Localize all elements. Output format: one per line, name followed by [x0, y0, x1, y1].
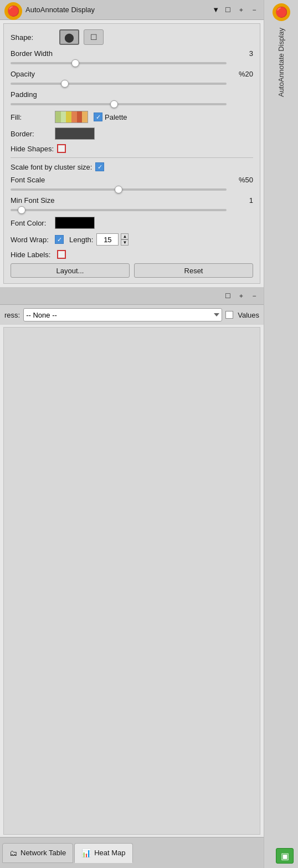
green-action-button[interactable]: ▣	[276, 848, 294, 864]
border-width-row: Border Width 3	[11, 49, 253, 58]
border-width-slider-container	[11, 62, 253, 64]
shape-label: Shape:	[11, 33, 55, 42]
none-dropdown[interactable]: -- None --	[23, 308, 222, 321]
length-label: Length:	[69, 236, 93, 244]
dropdown-row: ress: -- None -- Values	[0, 305, 264, 325]
length-up-button[interactable]: ▲	[121, 233, 129, 239]
shape-row: Shape: ⬤ ☐	[11, 29, 253, 45]
word-wrap-label: Word Wrap:	[11, 236, 55, 244]
ellipse-shape-button[interactable]: ⬤	[59, 29, 79, 45]
opacity-slider-track[interactable]	[11, 83, 227, 85]
min-font-size-slider-thumb[interactable]	[18, 206, 25, 214]
divider-1	[11, 157, 253, 158]
min-font-size-label: Min Font Size	[11, 196, 55, 205]
second-window-button[interactable]: ☐	[223, 291, 233, 301]
opacity-slider-thumb[interactable]	[61, 80, 69, 88]
reset-button[interactable]: Reset	[134, 263, 253, 278]
minimize-button[interactable]: −	[249, 5, 259, 15]
font-color-row: Font Color:	[11, 217, 253, 229]
title-bar: 🔴 AutoAnnotate Display ▼ ☐ ⌖ −	[0, 0, 264, 20]
sidebar-label: AutoAnnotate Display	[277, 28, 285, 97]
app-title: AutoAnnotate Display	[25, 6, 209, 14]
border-width-label: Border Width	[11, 49, 55, 58]
values-label: Values	[238, 311, 259, 319]
opacity-slider-container	[11, 83, 253, 85]
content-area	[3, 327, 260, 835]
palette-checkbox[interactable]	[94, 113, 102, 121]
min-font-size-slider-container	[11, 209, 253, 211]
hide-labels-checkbox[interactable]	[57, 250, 66, 259]
length-spinners: ▲ ▼	[121, 233, 129, 246]
border-width-slider-thumb[interactable]	[71, 59, 79, 67]
hide-shapes-label: Hide Shapes:	[11, 145, 55, 153]
padding-slider-container	[11, 103, 253, 105]
word-wrap-checkbox[interactable]	[55, 235, 64, 244]
font-scale-slider-thumb[interactable]	[115, 186, 122, 193]
border-color-label: Border:	[11, 130, 55, 138]
padding-slider-track[interactable]	[11, 103, 227, 105]
window-button[interactable]: ☐	[223, 5, 233, 15]
padding-row: Padding	[11, 90, 253, 99]
border-row: Border:	[11, 127, 253, 140]
border-width-value: 3	[249, 49, 253, 58]
scale-font-checkbox[interactable]	[95, 162, 104, 171]
hide-labels-row: Hide Labels:	[11, 250, 253, 259]
font-color-swatch[interactable]	[55, 217, 95, 229]
min-font-size-row: Min Font Size 1	[11, 196, 253, 205]
min-font-size-slider-track[interactable]	[11, 209, 227, 211]
padding-label: Padding	[11, 90, 55, 99]
heat-map-icon: 📊	[81, 849, 91, 857]
second-panel-titlebar: ☐ ⌖ −	[0, 287, 264, 305]
fill-color-swatch[interactable]	[55, 111, 88, 123]
autoannotate-settings-panel: Shape: ⬤ ☐ Border Width 3 Opacity %20	[3, 23, 260, 284]
app-icon: 🔴	[4, 2, 22, 20]
fill-label: Fill:	[11, 113, 55, 121]
opacity-row: Opacity %20	[11, 70, 253, 78]
network-table-icon: 🗂	[9, 849, 17, 857]
palette-label: Palette	[105, 113, 127, 121]
network-table-label: Network Table	[20, 849, 66, 857]
padding-slider-thumb[interactable]	[110, 100, 118, 108]
layout-button[interactable]: Layout...	[11, 263, 130, 278]
second-pin-button[interactable]: ⌖	[236, 291, 246, 301]
right-sidebar: 🔴 AutoAnnotate Display	[264, 0, 298, 868]
hide-shapes-row: Hide Shapes:	[11, 144, 253, 153]
dropdown-prefix-label: ress:	[4, 311, 20, 319]
min-font-size-value: 1	[249, 196, 253, 205]
palette-checkbox-wrapper: Palette	[94, 113, 127, 121]
opacity-value: %20	[239, 70, 253, 78]
sidebar-app-icon: 🔴	[273, 3, 290, 21]
dropdown-arrow-icon[interactable]: ▼	[212, 6, 219, 14]
fill-row: Fill: Palette	[11, 111, 253, 123]
scale-font-row: Scale font by cluster size:	[11, 162, 253, 171]
pin-button[interactable]: ⌖	[236, 5, 246, 15]
tab-network-table[interactable]: 🗂 Network Table	[2, 843, 73, 863]
border-width-slider-track[interactable]	[11, 62, 227, 64]
scale-font-label: Scale font by cluster size:	[11, 163, 92, 171]
heat-map-label: Heat Map	[94, 849, 125, 857]
tab-heat-map[interactable]: 📊 Heat Map	[74, 843, 132, 863]
length-down-button[interactable]: ▼	[121, 239, 129, 246]
font-scale-row: Font Scale %50	[11, 176, 253, 184]
hide-shapes-checkbox[interactable]	[57, 144, 66, 153]
font-scale-slider-container	[11, 188, 253, 191]
hide-labels-label: Hide Labels:	[11, 251, 55, 259]
font-scale-slider-track[interactable]	[11, 188, 227, 191]
green-icon: ▣	[281, 851, 289, 861]
rect-shape-button[interactable]: ☐	[84, 29, 104, 45]
border-color-swatch[interactable]	[55, 127, 95, 140]
opacity-label: Opacity	[11, 70, 55, 78]
values-checkbox[interactable]	[225, 311, 233, 319]
tab-bar: 🗂 Network Table 📊 Heat Map	[0, 837, 264, 868]
action-buttons-row: Layout... Reset	[11, 263, 253, 278]
font-scale-value: %50	[239, 176, 253, 184]
font-color-label: Font Color:	[11, 219, 55, 227]
second-minimize-button[interactable]: −	[249, 291, 259, 301]
word-wrap-row: Word Wrap: Length: ▲ ▼	[11, 233, 253, 246]
font-scale-label: Font Scale	[11, 176, 55, 184]
word-wrap-length-input[interactable]	[96, 233, 119, 246]
